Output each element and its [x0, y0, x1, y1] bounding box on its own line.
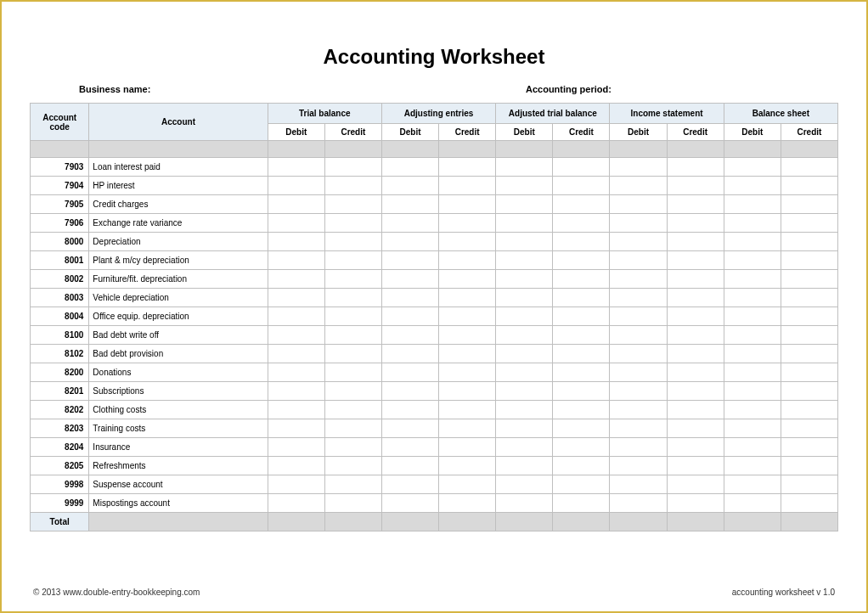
value-cell[interactable] — [324, 457, 381, 475]
value-cell[interactable] — [781, 177, 837, 195]
value-cell[interactable] — [667, 419, 724, 438]
value-cell[interactable] — [667, 475, 724, 494]
value-cell[interactable] — [610, 457, 667, 475]
value-cell[interactable] — [381, 494, 438, 513]
value-cell[interactable] — [724, 494, 781, 513]
value-cell[interactable] — [439, 158, 496, 177]
value-cell[interactable] — [324, 233, 381, 251]
value-cell[interactable] — [381, 457, 438, 475]
value-cell[interactable] — [553, 326, 610, 345]
value-cell[interactable] — [324, 289, 381, 307]
value-cell[interactable] — [381, 438, 438, 457]
value-cell[interactable] — [439, 382, 496, 401]
value-cell[interactable] — [496, 289, 553, 307]
value-cell[interactable] — [324, 270, 381, 289]
value-cell[interactable] — [381, 177, 438, 195]
value-cell[interactable] — [610, 419, 667, 438]
value-cell[interactable] — [324, 177, 381, 195]
value-cell[interactable] — [610, 270, 667, 289]
value-cell[interactable] — [610, 177, 667, 195]
value-cell[interactable] — [439, 289, 496, 307]
value-cell[interactable] — [268, 363, 324, 382]
value-cell[interactable] — [324, 363, 381, 382]
value-cell[interactable] — [667, 177, 724, 195]
value-cell[interactable] — [381, 307, 438, 326]
value-cell[interactable] — [781, 401, 837, 419]
value-cell[interactable] — [268, 158, 324, 177]
value-cell[interactable] — [381, 345, 438, 363]
value-cell[interactable] — [439, 345, 496, 363]
value-cell[interactable] — [268, 270, 324, 289]
value-cell[interactable] — [667, 345, 724, 363]
value-cell[interactable] — [781, 195, 837, 214]
value-cell[interactable] — [724, 363, 781, 382]
value-cell[interactable] — [781, 270, 837, 289]
value-cell[interactable] — [724, 326, 781, 345]
value-cell[interactable] — [439, 177, 496, 195]
value-cell[interactable] — [439, 251, 496, 270]
value-cell[interactable] — [724, 289, 781, 307]
value-cell[interactable] — [667, 251, 724, 270]
value-cell[interactable] — [496, 214, 553, 233]
value-cell[interactable] — [496, 195, 553, 214]
value-cell[interactable] — [324, 401, 381, 419]
value-cell[interactable] — [781, 214, 837, 233]
value-cell[interactable] — [496, 419, 553, 438]
value-cell[interactable] — [724, 195, 781, 214]
value-cell[interactable] — [610, 251, 667, 270]
value-cell[interactable] — [268, 177, 324, 195]
value-cell[interactable] — [724, 457, 781, 475]
value-cell[interactable] — [553, 382, 610, 401]
value-cell[interactable] — [667, 326, 724, 345]
value-cell[interactable] — [496, 401, 553, 419]
value-cell[interactable] — [724, 419, 781, 438]
value-cell[interactable] — [553, 158, 610, 177]
value-cell[interactable] — [439, 214, 496, 233]
value-cell[interactable] — [439, 457, 496, 475]
value-cell[interactable] — [268, 307, 324, 326]
value-cell[interactable] — [553, 401, 610, 419]
value-cell[interactable] — [667, 457, 724, 475]
value-cell[interactable] — [268, 326, 324, 345]
value-cell[interactable] — [781, 233, 837, 251]
value-cell[interactable] — [268, 457, 324, 475]
value-cell[interactable] — [553, 457, 610, 475]
value-cell[interactable] — [381, 214, 438, 233]
value-cell[interactable] — [496, 307, 553, 326]
value-cell[interactable] — [781, 289, 837, 307]
value-cell[interactable] — [553, 251, 610, 270]
value-cell[interactable] — [496, 326, 553, 345]
value-cell[interactable] — [268, 382, 324, 401]
value-cell[interactable] — [496, 158, 553, 177]
value-cell[interactable] — [496, 345, 553, 363]
value-cell[interactable] — [439, 270, 496, 289]
value-cell[interactable] — [381, 289, 438, 307]
value-cell[interactable] — [667, 270, 724, 289]
value-cell[interactable] — [439, 494, 496, 513]
value-cell[interactable] — [781, 438, 837, 457]
value-cell[interactable] — [324, 475, 381, 494]
value-cell[interactable] — [268, 233, 324, 251]
value-cell[interactable] — [724, 233, 781, 251]
value-cell[interactable] — [324, 158, 381, 177]
value-cell[interactable] — [667, 158, 724, 177]
value-cell[interactable] — [667, 363, 724, 382]
value-cell[interactable] — [324, 251, 381, 270]
value-cell[interactable] — [781, 307, 837, 326]
value-cell[interactable] — [553, 475, 610, 494]
value-cell[interactable] — [610, 158, 667, 177]
value-cell[interactable] — [439, 363, 496, 382]
value-cell[interactable] — [268, 419, 324, 438]
value-cell[interactable] — [496, 438, 553, 457]
value-cell[interactable] — [781, 382, 837, 401]
value-cell[interactable] — [268, 214, 324, 233]
value-cell[interactable] — [781, 251, 837, 270]
value-cell[interactable] — [439, 401, 496, 419]
value-cell[interactable] — [610, 233, 667, 251]
value-cell[interactable] — [496, 270, 553, 289]
value-cell[interactable] — [381, 158, 438, 177]
value-cell[interactable] — [781, 363, 837, 382]
value-cell[interactable] — [324, 214, 381, 233]
value-cell[interactable] — [724, 475, 781, 494]
value-cell[interactable] — [724, 251, 781, 270]
